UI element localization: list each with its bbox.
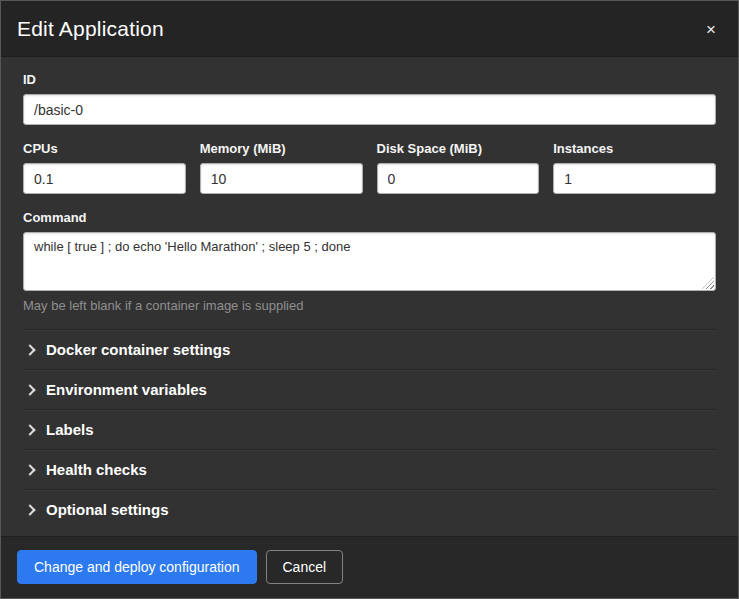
section-environment-variables[interactable]: Environment variables [23,369,716,409]
section-docker-container-settings[interactable]: Docker container settings [23,329,716,369]
chevron-right-icon [24,464,35,475]
disk-space-field-group: Disk Space (MiB) [377,141,540,194]
section-label: Health checks [46,461,147,478]
section-labels[interactable]: Labels [23,409,716,449]
close-icon[interactable]: × [706,17,716,38]
command-textarea-wrap: while [ true ] ; do echo 'Hello Marathon… [23,232,716,291]
id-field-group: ID [23,72,716,125]
modal-body: ID CPUs Memory (MiB) Disk Space (MiB) In… [1,57,738,536]
memory-input[interactable] [200,163,363,194]
change-and-deploy-button[interactable]: Change and deploy configuration [17,550,257,584]
section-label: Environment variables [46,381,207,398]
command-input[interactable]: while [ true ] ; do echo 'Hello Marathon… [23,232,716,291]
modal-footer: Change and deploy configuration Cancel [1,536,738,598]
cpus-label: CPUs [23,141,186,156]
modal-title: Edit Application [17,17,164,41]
disk-space-label: Disk Space (MiB) [377,141,540,156]
cancel-button[interactable]: Cancel [266,550,344,584]
section-label: Docker container settings [46,341,230,358]
command-label: Command [23,210,716,225]
chevron-right-icon [24,424,35,435]
instances-field-group: Instances [553,141,716,194]
id-input[interactable] [23,94,716,125]
edit-application-modal: Edit Application × ID CPUs Memory (MiB) … [0,0,739,599]
cpus-field-group: CPUs [23,141,186,194]
section-optional-settings[interactable]: Optional settings [23,489,716,529]
chevron-right-icon [24,344,35,355]
modal-header: Edit Application × [1,1,738,57]
resources-field-row: CPUs Memory (MiB) Disk Space (MiB) Insta… [23,141,716,194]
cpus-input[interactable] [23,163,186,194]
section-label: Labels [46,421,94,438]
disk-space-input[interactable] [377,163,540,194]
command-field-group: Command while [ true ] ; do echo 'Hello … [23,210,716,313]
chevron-right-icon [24,384,35,395]
collapsible-sections: Docker container settings Environment va… [23,329,716,529]
memory-field-group: Memory (MiB) [200,141,363,194]
section-health-checks[interactable]: Health checks [23,449,716,489]
instances-label: Instances [553,141,716,156]
chevron-right-icon [24,504,35,515]
command-help-text: May be left blank if a container image i… [23,298,716,313]
memory-label: Memory (MiB) [200,141,363,156]
section-label: Optional settings [46,501,169,518]
id-label: ID [23,72,716,87]
instances-input[interactable] [553,163,716,194]
